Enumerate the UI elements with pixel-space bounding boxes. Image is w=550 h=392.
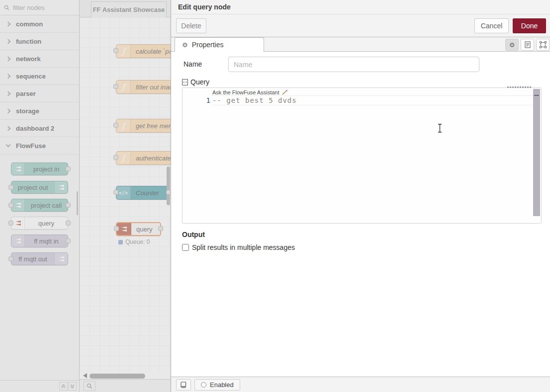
palette-node-label: query — [25, 217, 68, 229]
node-port[interactable] — [113, 84, 118, 89]
scroll-left-arrow[interactable] — [83, 373, 87, 378]
palette-filter-placeholder: filter nodes — [13, 4, 45, 11]
palette-category-common[interactable]: common — [0, 15, 79, 33]
name-input[interactable] — [228, 57, 479, 72]
palette-node-project-call[interactable]: project call — [11, 199, 68, 212]
file-code-icon — [182, 79, 188, 85]
chevron-right-icon — [6, 126, 11, 131]
palette-node-query[interactable]: query — [11, 217, 68, 230]
delete-button[interactable]: Delete — [176, 18, 206, 33]
node-status: Queue: 0 — [118, 238, 150, 245]
flowfuse-icon — [11, 235, 25, 247]
book-icon — [180, 382, 187, 388]
palette-category-function[interactable]: function — [0, 33, 79, 50]
flowfuse-icon — [54, 253, 68, 265]
palette-category-storage[interactable]: storage — [0, 102, 79, 120]
magnifier-icon — [87, 383, 92, 389]
flow-tab[interactable]: FF Assistant Showcase — [91, 1, 167, 17]
assistant-hint-text: Ask the FlowFuse Assistant — [212, 89, 279, 95]
palette-scrollbar[interactable] — [77, 191, 78, 215]
flow-node-query-selected[interactable]: query — [116, 222, 161, 236]
left-region: filter nodes common function network seq… — [0, 0, 171, 392]
palette-category-sequence[interactable]: sequence — [0, 68, 79, 85]
category-label: parser — [16, 90, 36, 97]
palette-node-project-out[interactable]: project out — [11, 181, 68, 194]
tray-toolbar: Delete Cancel Done — [171, 14, 550, 37]
category-label: function — [16, 38, 41, 45]
category-label: common — [16, 20, 43, 28]
description-view-button[interactable] — [521, 39, 534, 51]
chevron-right-icon — [6, 21, 11, 26]
workspace-vertical-scrollbar[interactable] — [167, 166, 170, 205]
palette-category-parser[interactable]: parser — [0, 85, 79, 102]
flow-node-function-calculate[interactable]: ƒ calculate `pa — [116, 44, 171, 58]
node-appearance-icon — [540, 41, 547, 48]
enabled-toggle-button[interactable]: Enabled — [194, 379, 240, 391]
node-port[interactable] — [158, 226, 163, 231]
node-port[interactable] — [66, 166, 71, 171]
palette-node-ff-mqtt-out[interactable]: ff mqtt out — [11, 252, 68, 265]
flow-node-counter[interactable]: </> Counter — [116, 186, 169, 200]
node-red-editor: filter nodes common function network seq… — [0, 0, 550, 392]
node-port[interactable] — [66, 203, 71, 208]
palette-node-label: ff mqtt in — [25, 235, 68, 247]
node-port[interactable] — [166, 190, 171, 195]
tab-properties[interactable]: ⚙ Properties — [175, 37, 264, 52]
minimap-code-mark — [534, 95, 539, 96]
node-port[interactable] — [113, 123, 118, 128]
query-field-label: Query — [182, 78, 209, 86]
palette-category-dashboard2[interactable]: dashboard 2 — [0, 120, 79, 137]
palette-node-ff-mqtt-in[interactable]: ff mqtt in — [11, 235, 68, 247]
palette-node-label: project call — [25, 199, 68, 211]
query-code-editor[interactable]: Ask the FlowFuse Assistant 1 -- get best… — [182, 87, 542, 224]
function-icon: ƒ — [116, 80, 131, 93]
flow-node-label: calculate `pa — [131, 45, 171, 58]
workspace-horizontal-scrollbar[interactable] — [90, 374, 145, 379]
appearance-view-button[interactable] — [536, 39, 550, 51]
code-icon: </> — [116, 186, 131, 199]
status-dot-icon — [118, 240, 123, 244]
enabled-circle-icon — [201, 382, 206, 388]
node-port[interactable] — [66, 221, 71, 226]
editor-minimap-scrollbar[interactable] — [533, 89, 540, 216]
flowfuse-icon — [11, 163, 25, 175]
flow-node-function-filter[interactable]: ƒ filter out inac — [116, 80, 171, 94]
query-icon — [11, 217, 25, 229]
node-port[interactable] — [66, 238, 71, 243]
node-port[interactable] — [8, 203, 13, 208]
node-port[interactable] — [114, 226, 119, 231]
flowfuse-icon — [54, 181, 68, 193]
editor-code-line: -- get best 5 dvds — [212, 96, 297, 104]
flow-node-function-get-free-mem[interactable]: ƒ get free mem — [116, 119, 171, 133]
tray-header: Edit query node — [171, 0, 550, 14]
palette-category-flowfuse[interactable]: FlowFuse — [0, 137, 79, 155]
category-label: FlowFuse — [16, 142, 46, 150]
expand-all-button[interactable] — [68, 382, 77, 391]
assistant-hint[interactable]: Ask the FlowFuse Assistant — [212, 89, 288, 95]
node-palette: filter nodes common function network seq… — [0, 0, 80, 392]
properties-view-button[interactable]: ⚙ — [505, 39, 519, 51]
node-port[interactable] — [113, 155, 118, 160]
node-help-button[interactable] — [176, 379, 191, 391]
palette-node-label: project in — [25, 163, 68, 175]
collapse-all-button[interactable] — [59, 382, 68, 391]
palette-filter-input[interactable]: filter nodes — [0, 0, 79, 15]
workspace-tabbar: FF Assistant Showcase — [80, 0, 171, 17]
zoom-navigator-button[interactable] — [84, 381, 95, 391]
node-port[interactable] — [8, 256, 13, 261]
done-button[interactable]: Done — [513, 18, 546, 33]
gear-icon: ⚙ — [509, 42, 515, 48]
output-section-label: Output — [182, 231, 205, 238]
node-port[interactable] — [8, 221, 13, 226]
node-port[interactable] — [113, 190, 118, 195]
enabled-label: Enabled — [210, 381, 234, 389]
palette-category-network[interactable]: network — [0, 50, 79, 68]
palette-node-project-in[interactable]: project in — [11, 162, 68, 175]
minimap-text — [507, 86, 531, 88]
chevron-double-up-icon — [61, 384, 66, 389]
cancel-button[interactable]: Cancel — [474, 18, 509, 33]
flow-node-function-authenticate[interactable]: ƒ authenticateU — [116, 151, 171, 165]
node-port[interactable] — [8, 185, 13, 190]
split-results-checkbox[interactable] — [182, 244, 189, 251]
node-port[interactable] — [113, 48, 118, 53]
